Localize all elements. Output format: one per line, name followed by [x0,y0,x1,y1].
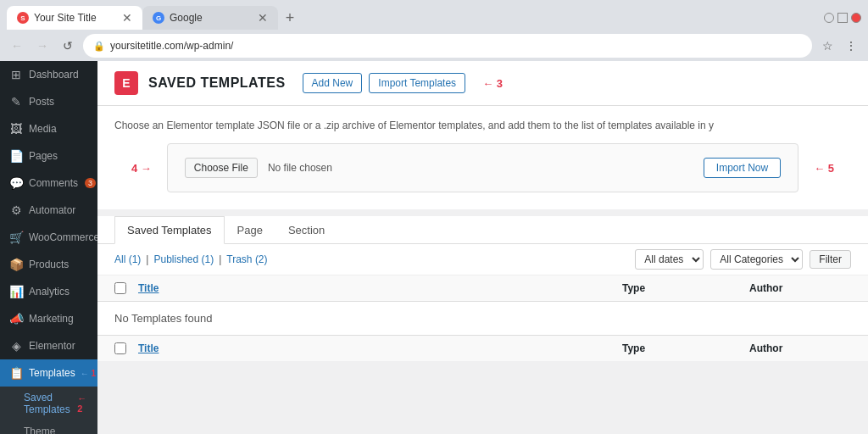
choose-file-button[interactable]: Choose File [185,158,258,178]
marketing-icon: 📣 [8,312,24,326]
annotation-4: 4 → [131,162,152,175]
tab-section[interactable]: Section [275,216,337,244]
filter-button[interactable]: Filter [810,250,851,269]
annotation-5: ← 5 [814,162,834,175]
browser-tab-active[interactable]: S Your Site Title ✕ [7,6,142,30]
import-box: Choose File No file chosen Import Now [167,143,798,192]
submenu-label-theme: Theme Builder [24,426,55,434]
browser-chrome: S Your Site Title ✕ G Google ✕ + ← → ↺ 🔒… [0,0,868,61]
separator-1: | [146,253,148,265]
submenu-theme-builder[interactable]: Theme Builder [0,420,97,434]
google-favicon: G [153,12,164,24]
header-checkbox-cell [114,282,138,294]
page-title: SAVED TEMPLATES [148,75,286,91]
add-new-button[interactable]: Add New [303,73,363,93]
dashboard-icon: ⊞ [8,68,24,81]
import-templates-button[interactable]: Import Templates [369,73,465,93]
separator-2: | [219,253,221,265]
footer-title[interactable]: Title [138,342,520,354]
sidebar-item-elementor[interactable]: ◈ Elementor [0,332,97,359]
header-buttons: Add New Import Templates [303,73,466,93]
filter-bar: All (1) | Published (1) | Trash (2) All … [97,244,868,275]
sidebar-label-woocommerce: WooCommerce [29,231,97,243]
sidebar-label-comments: Comments [29,177,78,189]
woocommerce-icon: 🛒 [8,231,24,244]
forward-button[interactable]: → [32,36,53,56]
browser-tabs: S Your Site Title ✕ G Google ✕ + [7,6,302,30]
tab-saved-templates[interactable]: Saved Templates [114,216,225,244]
bookmark-icon[interactable]: ☆ [817,36,837,56]
sidebar-label-posts: Posts [29,96,54,108]
import-section: Choose an Elementor template JSON file o… [97,106,868,209]
address-bar[interactable]: 🔒 yoursitetitle.com/wp-admin/ [83,34,812,58]
sidebar-item-marketing[interactable]: 📣 Marketing [0,305,97,332]
annotation-arrow-1: ← 1 [81,369,96,378]
submenu-label-saved: Saved Templates [24,392,77,415]
maximize-button[interactable] [837,13,848,23]
menu-icon[interactable]: ⋮ [841,36,861,56]
sidebar-label-dashboard: Dashboard [29,69,79,81]
filter-trash[interactable]: Trash (2) [226,253,267,265]
minimize-button[interactable] [824,13,834,23]
submenu-saved-templates[interactable]: Saved Templates ← 2 [0,387,97,420]
sidebar-submenu: Saved Templates ← 2 Theme Builder Landin… [0,387,97,434]
automator-icon: ⚙ [8,203,24,217]
category-filter-select[interactable]: All Categories [710,249,803,270]
header-title[interactable]: Title [138,282,520,294]
main-content: E SAVED TEMPLATES Add New Import Templat… [97,61,868,434]
import-description: Choose an Elementor template JSON file o… [114,120,851,131]
reload-button[interactable]: ↺ [58,36,78,56]
sidebar-label-analytics: Analytics [29,286,70,298]
address-text: yoursitetitle.com/wp-admin/ [110,40,233,52]
footer-select-all-checkbox[interactable] [114,342,126,354]
elementor-logo: E [114,71,138,95]
google-tab-close-icon[interactable]: ✕ [258,11,268,25]
footer-author: Author [749,342,851,354]
analytics-icon: 📊 [8,285,24,298]
header-empty-1 [520,282,622,294]
active-tab-title: Your Site Title [34,12,117,24]
annotation-3: ← 3 [482,77,503,90]
import-box-wrapper: 4 → Choose File No file chosen Import No… [131,143,834,192]
annotation-2: ← 2 [77,393,89,414]
sidebar-item-templates[interactable]: 📋 Templates ← 1 [0,359,97,387]
sidebar-item-automator[interactable]: ⚙ Automator [0,197,97,224]
no-templates-row: No Templates found [97,302,868,335]
sidebar-item-products[interactable]: 📦 Products [0,251,97,278]
comments-icon: 💬 [8,176,24,190]
sidebar-item-woocommerce[interactable]: 🛒 WooCommerce [0,224,97,251]
media-icon: 🖼 [8,122,24,136]
tab-page[interactable]: Page [225,216,275,244]
sidebar-item-media[interactable]: 🖼 Media [0,115,97,142]
comments-badge: 3 [85,178,96,188]
sidebar-item-pages[interactable]: 📄 Pages [0,142,97,170]
page-header: E SAVED TEMPLATES Add New Import Templat… [97,61,868,106]
new-tab-button[interactable]: + [278,6,302,30]
filter-published[interactable]: Published (1) [153,253,214,265]
footer-checkbox-cell [114,342,138,354]
footer-type: Type [622,342,749,354]
select-all-checkbox[interactable] [114,282,126,294]
browser-actions: ☆ ⋮ [817,36,861,56]
browser-title-bar: S Your Site Title ✕ G Google ✕ + [0,0,868,31]
import-now-button[interactable]: Import Now [704,158,781,178]
sidebar-label-media: Media [29,123,57,135]
tab-close-icon[interactable]: ✕ [122,11,132,25]
template-tabs: Saved Templates Page Section [97,216,868,244]
back-button[interactable]: ← [7,36,27,56]
close-button[interactable] [851,13,861,23]
no-file-text: No file chosen [268,162,332,174]
sidebar-item-analytics[interactable]: 📊 Analytics [0,278,97,305]
products-icon: 📦 [8,258,24,271]
sidebar-item-posts[interactable]: ✎ Posts [0,88,97,115]
filter-all[interactable]: All (1) [114,253,141,265]
sidebar-label-automator: Automator [29,204,75,216]
date-filter-select[interactable]: All dates 2024 2023 [635,249,704,270]
table-header-row: Title Type Author [97,275,868,302]
browser-tab-google[interactable]: G Google ✕ [142,6,278,30]
sidebar-label-products: Products [29,259,69,270]
header-type: Type [622,282,749,294]
sidebar-item-dashboard[interactable]: ⊞ Dashboard [0,61,97,88]
sidebar-item-comments[interactable]: 💬 Comments 3 [0,170,97,197]
google-tab-title: Google [170,12,253,24]
